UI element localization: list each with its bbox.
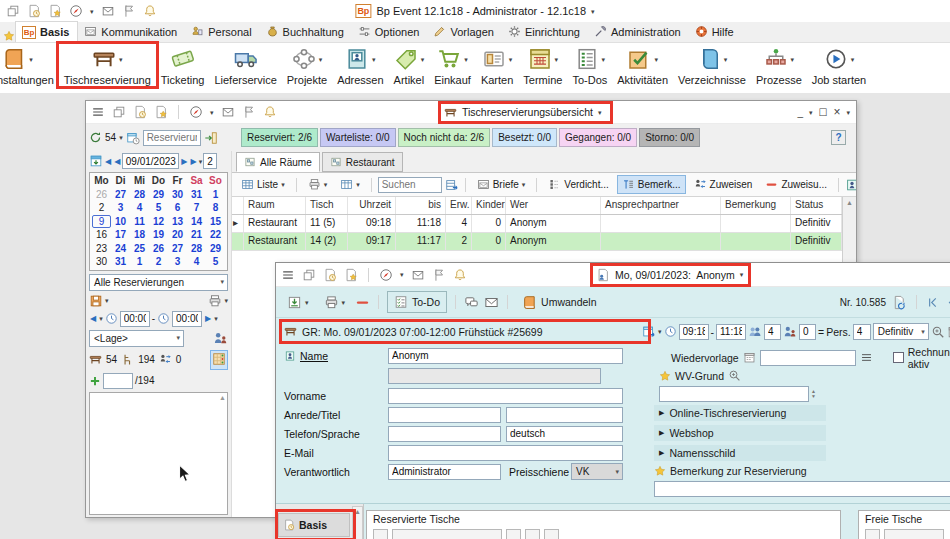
chevron-down-icon[interactable]: ▾	[740, 271, 744, 278]
calendar-day[interactable]: 13	[168, 215, 187, 229]
calendar-day[interactable]: 27	[168, 242, 187, 256]
menu-icon[interactable]	[281, 268, 295, 282]
calendar-day[interactable]: 1	[206, 188, 225, 202]
calendar-day[interactable]: 14	[187, 215, 206, 229]
name-label[interactable]: Name	[300, 350, 328, 362]
status-chip-noch-nicht-da[interactable]: Noch nicht da: 2/6	[398, 128, 491, 147]
column-header[interactable]: Uhrzeit	[348, 197, 396, 214]
nav-first-icon[interactable]	[926, 296, 939, 309]
ribbon-item-projekte[interactable]: ▾Projekte	[282, 43, 332, 86]
save-button[interactable]: ▾	[282, 292, 314, 313]
time-to-input[interactable]	[172, 311, 202, 327]
windows-icon[interactable]	[302, 268, 316, 282]
calendar-day[interactable]: 23	[92, 242, 111, 256]
doc-clock-icon[interactable]	[27, 4, 41, 18]
doc-star-icon[interactable]	[154, 105, 168, 119]
person-card-icon[interactable]	[845, 178, 856, 192]
rechnungsadresse-checkbox[interactable]	[893, 352, 904, 363]
ribbon-item-termine[interactable]: ▾Termine	[518, 43, 567, 86]
magnify-plus-icon[interactable]	[728, 369, 741, 382]
calendar-day[interactable]: 24	[111, 242, 130, 256]
column-header[interactable]: Kinder	[472, 197, 506, 214]
refresh-icon[interactable]	[89, 131, 102, 144]
tab-personal[interactable]: Personal	[185, 21, 259, 42]
table-row[interactable]: Restaurant14 (2)09:1711:1720AnonymDefini…	[232, 233, 842, 251]
calendar-day[interactable]: 19	[149, 228, 168, 242]
cal-clock-icon[interactable]	[126, 131, 140, 145]
calendar-day[interactable]: 29	[149, 188, 168, 202]
bemerkung-input[interactable]	[654, 481, 950, 497]
calendar-day[interactable]: 28	[187, 242, 206, 256]
tool-placeholder[interactable]	[525, 529, 540, 539]
status-chip-storno[interactable]: Storno: 0/0	[639, 128, 700, 147]
status-select[interactable]: Definitiv ▾	[873, 323, 929, 340]
sidebar-listbox[interactable]: ▲	[89, 392, 228, 516]
column-header[interactable]: Raum	[244, 197, 306, 214]
calendar-day[interactable]: 20	[168, 228, 187, 242]
mail-send-icon[interactable]	[101, 4, 115, 18]
caret-down-icon[interactable]: ▾	[509, 56, 513, 63]
calendar-day[interactable]: 5	[149, 201, 168, 215]
tabs-scrollbar[interactable]: ▲	[352, 506, 363, 539]
scroll-up-icon[interactable]: ▲	[219, 394, 226, 401]
lines-icon[interactable]	[860, 351, 873, 364]
res-time-from-input[interactable]	[679, 324, 709, 340]
ribbon-item-prozesse[interactable]: ▾Prozesse	[751, 43, 807, 86]
status-chip-reserviert[interactable]: Reserviert: 2/6	[241, 128, 318, 147]
calendar-day[interactable]: 3	[168, 255, 187, 269]
briefe-button[interactable]: Briefe ▾	[472, 175, 531, 194]
caret-down-icon[interactable]: ▾	[372, 56, 376, 63]
calendar-day[interactable]: 12	[149, 215, 168, 229]
tab-einrichtung[interactable]: Einrichtung	[502, 21, 588, 42]
prev-month-button[interactable]: ◀	[104, 157, 112, 166]
reservation-filter-select[interactable]: Alle Reservierungen ▾	[89, 274, 228, 291]
tool-placeholder[interactable]	[544, 529, 559, 539]
calendar-day[interactable]: 30	[168, 188, 187, 202]
chevron-down-icon[interactable]: ▾	[846, 109, 850, 116]
compass-icon[interactable]	[189, 105, 203, 119]
caret-down-icon[interactable]: ▾	[29, 56, 33, 63]
calendar-day[interactable]: 26	[149, 242, 168, 256]
section-online-tischreservierung[interactable]: ▶ Online-Tischreservierung	[654, 405, 826, 421]
verdichtet-button[interactable]: Verdicht...	[543, 175, 613, 194]
tool-placeholder[interactable]	[884, 529, 944, 539]
telefon-input[interactable]	[388, 426, 501, 442]
magnify-plus-icon[interactable]	[931, 325, 945, 339]
caret-down-icon[interactable]: ▾	[724, 56, 728, 63]
tab-basis-bottom[interactable]: Basis	[278, 513, 350, 537]
calendar-day[interactable]: 8	[206, 201, 225, 215]
calendar-day[interactable]: 10	[111, 215, 130, 229]
column-header[interactable]: Status	[791, 197, 842, 214]
doc-sync-icon[interactable]	[892, 295, 907, 310]
tab-optionen[interactable]: Optionen	[352, 21, 428, 42]
table-search-input[interactable]	[378, 177, 442, 193]
flag-icon[interactable]	[432, 268, 446, 282]
tab-buchhaltung[interactable]: Buchhaltung	[260, 21, 352, 42]
print-button[interactable]: ▾	[319, 292, 351, 313]
columns-button[interactable]: ▾	[335, 175, 365, 194]
spinner-icon[interactable]: ▲▼	[811, 389, 816, 399]
export-table-icon[interactable]	[445, 178, 459, 192]
bemerkungen-button[interactable]: Bemerk...	[617, 175, 686, 194]
chat-icon[interactable]	[464, 295, 479, 310]
umwandeln-button[interactable]: Umwandeln	[516, 292, 602, 313]
tab-vorlagen[interactable]: Vorlagen	[427, 21, 501, 42]
ribbon-item-aktivitäten[interactable]: ▾Aktivitäten	[612, 43, 673, 86]
ribbon-item-lieferservice[interactable]: Lieferservice	[209, 43, 281, 86]
disk-icon[interactable]	[89, 294, 103, 308]
enter-icon[interactable]	[204, 131, 218, 145]
ribbon-item-artikel[interactable]: ▾Artikel	[389, 43, 430, 86]
minus-red-icon[interactable]	[355, 295, 370, 310]
chevron-down-icon[interactable]: ▾	[105, 297, 109, 304]
cal-down-icon[interactable]	[89, 154, 103, 168]
calendar-day[interactable]: 21	[187, 228, 206, 242]
preisschiene-select[interactable]: VK ▾	[571, 463, 623, 480]
maximize-button[interactable]: ☐	[819, 107, 828, 118]
bell-icon[interactable]	[143, 4, 157, 18]
liste-button[interactable]: Liste ▾	[236, 175, 290, 194]
bell-icon[interactable]	[453, 268, 467, 282]
wiedervorlage-input[interactable]	[760, 350, 856, 366]
tool-placeholder[interactable]	[865, 529, 880, 539]
help-button[interactable]: ?	[831, 130, 846, 145]
ribbon-item-to-dos[interactable]: ▾To-Dos	[567, 43, 612, 86]
